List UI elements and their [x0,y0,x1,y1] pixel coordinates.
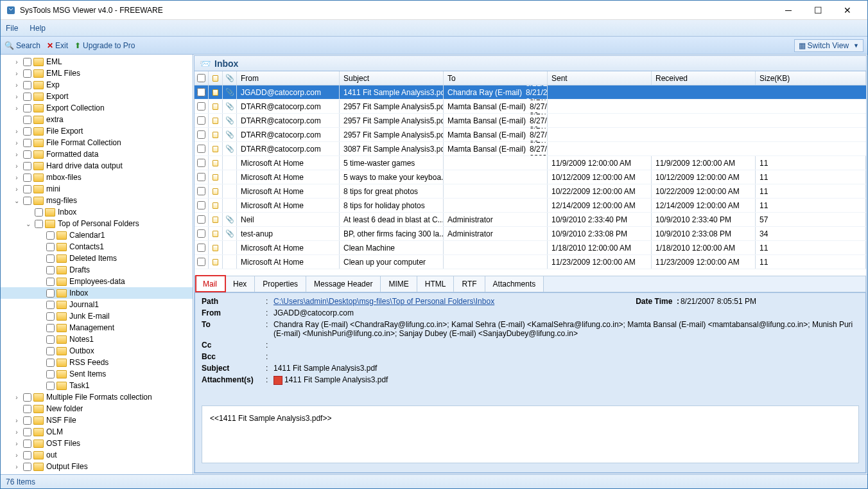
expand-icon[interactable]: › [12,417,21,424]
tab-attachments[interactable]: Attachments [485,276,544,292]
mail-row[interactable]: Microsoft At Home5 time-waster games11/9… [195,156,866,170]
tree-checkbox[interactable] [23,162,31,170]
tree-checkbox[interactable] [23,428,31,436]
close-button[interactable]: ✕ [833,1,862,20]
tab-mime[interactable]: MIME [381,276,417,292]
menu-file[interactable]: File [6,24,18,33]
tree-item[interactable]: ›Hard drive data output [1,160,193,172]
mail-row[interactable]: 📎test-anupBP, other firms facing 300 la.… [195,227,866,241]
expand-icon[interactable]: ⌄ [24,220,33,227]
exit-button[interactable]: ✕Exit [47,41,68,50]
expand-icon[interactable]: › [12,440,21,447]
tree-checkbox[interactable] [46,301,55,309]
mail-row[interactable]: 📎JGADD@catocorp.com1411 Fit Sample Analy… [195,85,866,100]
tree-checkbox[interactable] [23,81,31,89]
tab-message-header[interactable]: Message Header [306,276,381,292]
tree-item[interactable]: Inbox [1,287,193,299]
tree-item[interactable]: Employees-data [1,276,193,287]
mail-row[interactable]: Microsoft At Home5 ways to make your key… [195,170,866,184]
row-checkbox[interactable] [197,201,205,209]
row-checkbox[interactable] [197,244,205,252]
row-checkbox[interactable] [197,116,205,125]
tree-item[interactable]: Task1 [1,380,193,391]
expand-icon[interactable]: › [12,186,21,193]
expand-icon[interactable]: › [12,70,21,77]
tree-item[interactable]: extra [1,114,193,125]
col-sent[interactable]: Sent [548,71,652,85]
col-to[interactable]: To [444,71,548,85]
tab-mail[interactable]: Mail [195,276,225,292]
mail-row[interactable]: Microsoft At HomeClean Machine1/18/2010 … [195,241,866,255]
tree-item[interactable]: ›Formatted data [1,148,193,160]
expand-icon[interactable]: ⌄ [12,197,21,204]
mail-row[interactable]: 📎DTARR@catocorp.com3087 Fit Sample Analy… [195,142,866,156]
tree-checkbox[interactable] [23,405,31,413]
expand-icon[interactable]: › [12,452,21,459]
mail-row[interactable]: Microsoft At HomeClean up your computer1… [195,255,866,269]
select-all-checkbox[interactable] [197,74,205,82]
tree-item[interactable]: Calendar1 [1,229,193,241]
col-received[interactable]: Received [652,71,756,85]
tree-checkbox[interactable] [46,359,55,367]
expand-icon[interactable]: › [12,463,21,470]
row-checkbox[interactable] [197,215,205,224]
mail-row[interactable]: 📎DTARR@catocorp.com2957 Fit Sample Analy… [195,100,866,114]
tab-properties[interactable]: Properties [255,276,306,292]
col-subject[interactable]: Subject [340,71,444,85]
tree-item[interactable]: ›OLM [1,426,193,438]
tree-item[interactable]: Inbox [1,206,193,218]
tree-item[interactable]: ›Multiple File Formats collection [1,391,193,403]
col-attachment[interactable]: 📎 [223,71,237,85]
tab-html[interactable]: HTML [417,276,455,292]
row-checkbox[interactable] [197,145,205,153]
tree-checkbox[interactable] [46,335,55,344]
value-attachments[interactable]: 1411 Fit Sample Analysis3.pdf [273,375,859,385]
folder-tree[interactable]: ›EML›EML Files›Exp›Export›Export Collect… [1,55,193,474]
tree-checkbox[interactable] [23,139,31,147]
tree-checkbox[interactable] [23,185,31,193]
row-checkbox[interactable] [197,229,205,238]
tree-item[interactable]: ›NSF File [1,414,193,426]
tree-checkbox[interactable] [23,197,31,205]
tree-item[interactable]: ⌄Top of Personal Folders [1,218,193,229]
row-checkbox[interactable] [197,159,205,167]
mail-row[interactable]: 📎DTARR@catocorp.com2957 Fit Sample Analy… [195,114,866,128]
tree-item[interactable]: ›File Export [1,125,193,137]
tree-checkbox[interactable] [46,347,55,355]
tree-item[interactable]: Deleted Items [1,253,193,264]
row-checkbox[interactable] [197,88,205,96]
tree-checkbox[interactable] [23,150,31,159]
tab-hex[interactable]: Hex [225,276,255,292]
col-from[interactable]: From [237,71,340,85]
tree-checkbox[interactable] [23,173,31,182]
mail-list[interactable]: 📎JGADD@catocorp.com1411 Fit Sample Analy… [195,85,866,276]
tree-item[interactable]: New folder [1,403,193,414]
row-checkbox[interactable] [197,173,205,181]
tree-checkbox[interactable] [23,416,31,425]
tree-item[interactable]: ›out [1,449,193,461]
row-checkbox[interactable] [197,130,205,139]
tree-item[interactable]: ›Output Files [1,461,193,472]
tree-item[interactable]: ›Export Collection [1,102,193,114]
tree-checkbox[interactable] [46,231,55,240]
mail-row[interactable]: 📎NeilAt least 6 dead in blast at C...Adm… [195,213,866,227]
path-link[interactable]: C:\Users\admin\Desktop\msg-files\Top of … [273,297,494,306]
tree-item[interactable]: Junk E-mail [1,310,193,322]
expand-icon[interactable]: › [12,82,21,89]
expand-icon[interactable]: › [12,139,21,147]
expand-icon[interactable]: › [12,105,21,112]
tree-item[interactable]: Contacts1 [1,241,193,253]
row-checkbox[interactable] [197,102,205,111]
tree-item[interactable]: ›mini [1,183,193,195]
tree-checkbox[interactable] [23,69,31,78]
tree-item[interactable]: Outbox [1,345,193,357]
tree-item[interactable]: ⌄msg-files [1,195,193,206]
tree-item[interactable]: ›OST Files [1,438,193,449]
tree-item[interactable]: Notes1 [1,333,193,345]
col-size[interactable]: Size(KB) [756,71,866,85]
tab-rtf[interactable]: RTF [454,276,485,292]
tree-checkbox[interactable] [46,312,55,321]
switch-view-button[interactable]: ▦Switch View▼ [794,39,864,52]
tree-checkbox[interactable] [35,220,43,228]
maximize-button[interactable]: ☐ [803,1,833,20]
